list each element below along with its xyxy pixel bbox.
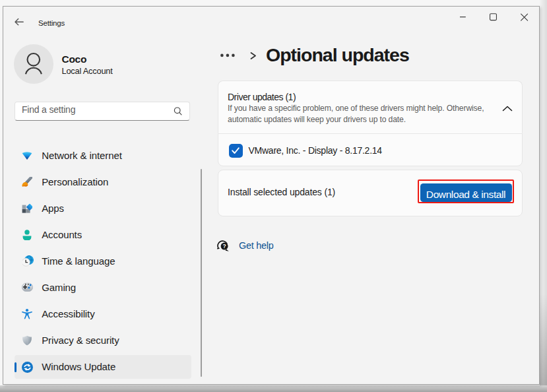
svg-text:?: ? (222, 243, 226, 249)
